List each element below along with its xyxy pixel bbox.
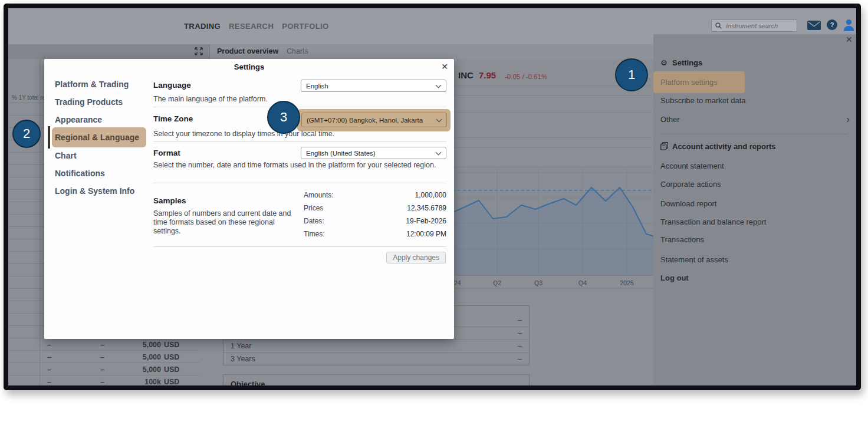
amount-cell: 100k [114, 376, 161, 388]
close-icon[interactable]: ✕ [846, 35, 853, 44]
row-separator [454, 137, 652, 138]
price-chart[interactable]: 2024 Q2 Q3 Q4 2025 [447, 167, 653, 298]
menu-item-corporate-actions[interactable]: Corporate actions [660, 179, 721, 190]
timezone-description: Select your timezone to display times in… [153, 130, 334, 139]
amount-cell: 5,000 [114, 351, 161, 364]
table-cell: – [100, 364, 104, 376]
instrument-change: -0.05 / -0.61% [505, 72, 547, 81]
chevron-right-icon: › [846, 113, 850, 125]
objective-section: Objective [223, 374, 530, 390]
gear-icon: ⚙ [660, 58, 668, 67]
language-value: English [306, 83, 328, 90]
samples-table: Amounts:1,000,000 Prices12,345.6789 Date… [304, 189, 446, 240]
tab-charts[interactable]: Charts [287, 44, 308, 59]
language-select[interactable]: English [301, 80, 446, 92]
currency-cell: USD [164, 339, 179, 351]
chevron-down-icon [436, 82, 442, 88]
mail-icon[interactable] [807, 21, 821, 30]
format-select[interactable]: English (United States) [301, 147, 446, 159]
x-tick: Q3 [534, 279, 542, 286]
chevron-down-icon [436, 116, 442, 122]
table-row: 3 Years– [223, 352, 529, 365]
format-description: Select the number, date and time formats… [153, 161, 448, 170]
menu-item-transaction-balance-report[interactable]: Transaction and balance report [660, 216, 766, 228]
modal-title: Settings [44, 62, 454, 71]
instrument-price: 7.95 [479, 71, 496, 80]
x-tick: Q4 [578, 279, 587, 286]
row-separator [454, 147, 652, 148]
nav-research[interactable]: RESEARCH [229, 22, 274, 31]
nav-trading[interactable]: TRADING [184, 22, 221, 31]
divider [153, 246, 446, 247]
table-cell: – [100, 339, 104, 351]
tab-product-overview[interactable]: Product overview [217, 44, 278, 59]
settings-nav-appearance[interactable]: Appearance [55, 111, 102, 128]
settings-nav-notifications[interactable]: Notifications [55, 164, 105, 182]
annotation-step-3: 3 [267, 101, 300, 134]
menu-header-account-activity: Account activity and reports [672, 141, 776, 153]
annotation-step-2: 2 [12, 120, 41, 148]
table-cell: – [100, 351, 104, 364]
divider [153, 141, 446, 142]
menu-item-account-statement[interactable]: Account statement [660, 160, 724, 172]
watchlist-header-strip [8, 44, 210, 59]
close-icon[interactable]: ✕ [441, 62, 448, 71]
settings-nav-trading-products[interactable]: Trading Products [55, 93, 123, 111]
currency-cell: USD [164, 376, 179, 388]
sample-row: Times:12:00:09 PM [304, 228, 446, 240]
help-icon[interactable]: ? [827, 19, 837, 30]
menu-divider [660, 134, 848, 134]
row-separator [454, 95, 652, 95]
samples-heading: Samples [153, 196, 186, 205]
search-icon [715, 22, 722, 29]
menu-header-settings: Settings [672, 57, 702, 69]
divider [153, 183, 446, 183]
settings-nav-platform-trading[interactable]: Platform & Trading [55, 75, 129, 93]
sample-row: Prices12,345.6789 [304, 202, 446, 215]
amount-cell: 5,000 [114, 364, 161, 376]
timezone-select[interactable]: (GMT+07:00) Bangkok, Hanoi, Jakarta [301, 113, 447, 127]
sample-row: Dates:19-Feb-2026 [304, 215, 446, 228]
divider [153, 107, 446, 107]
nav-portfolio[interactable]: PORTFOLIO [282, 22, 328, 31]
instrument-symbol: INC [458, 71, 474, 80]
sample-row: Amounts:1,000,000 [304, 189, 446, 202]
reports-icon [660, 142, 668, 150]
x-tick: Q2 [493, 279, 501, 286]
table-cell: – [47, 351, 51, 364]
primary-nav: TRADING RESEARCH PORTFOLIO [184, 8, 329, 44]
samples-description: Samples of numbers and current date and … [153, 209, 302, 236]
settings-nav-login-system-info[interactable]: Login & System Info [55, 182, 134, 200]
table-cell: – [47, 364, 51, 376]
table-row[interactable]: – [47, 339, 51, 351]
settings-nav-chart[interactable]: Chart [55, 147, 77, 164]
language-heading: Language [153, 81, 191, 90]
format-heading: Format [153, 149, 180, 157]
x-tick: 2025 [620, 279, 634, 286]
watchlist-column-divider [40, 59, 40, 385]
search-input[interactable] [725, 22, 792, 30]
instrument-search[interactable] [711, 19, 797, 32]
settings-modal: Settings ✕ Platform & Trading Trading Pr… [44, 59, 454, 339]
chevron-down-icon [436, 149, 442, 155]
language-description: The main language of the platform. [153, 95, 268, 104]
menu-item-platform-settings[interactable]: Platform settings [660, 77, 718, 88]
menu-item-download-report[interactable]: Download report [660, 198, 716, 210]
timezone-value: (GMT+07:00) Bangkok, Hanoi, Jakarta [307, 117, 423, 124]
menu-item-statement-of-assets[interactable]: Statement of assets [660, 254, 728, 266]
row-separator [454, 112, 652, 113]
menu-item-other[interactable]: Other [660, 114, 680, 126]
currency-cell: USD [164, 364, 179, 376]
menu-item-transactions[interactable]: Transactions [660, 234, 704, 246]
menu-item-subscribe-market-data[interactable]: Subscribe to market data [660, 95, 746, 107]
annotation-step-1: 1 [615, 58, 648, 91]
user-icon[interactable] [843, 19, 854, 31]
settings-nav-regional-language[interactable]: Regional & Language [55, 128, 139, 146]
apply-changes-button[interactable]: Apply changes [386, 252, 446, 263]
expand-icon[interactable] [194, 47, 203, 55]
menu-item-log-out[interactable]: Log out [660, 272, 689, 284]
cell: – [47, 341, 51, 349]
table-cell: – [47, 376, 51, 388]
amount-cell: 5,000 [114, 339, 161, 351]
app-window: TRADING RESEARCH PORTFOLIO ? Product ove… [4, 4, 861, 390]
